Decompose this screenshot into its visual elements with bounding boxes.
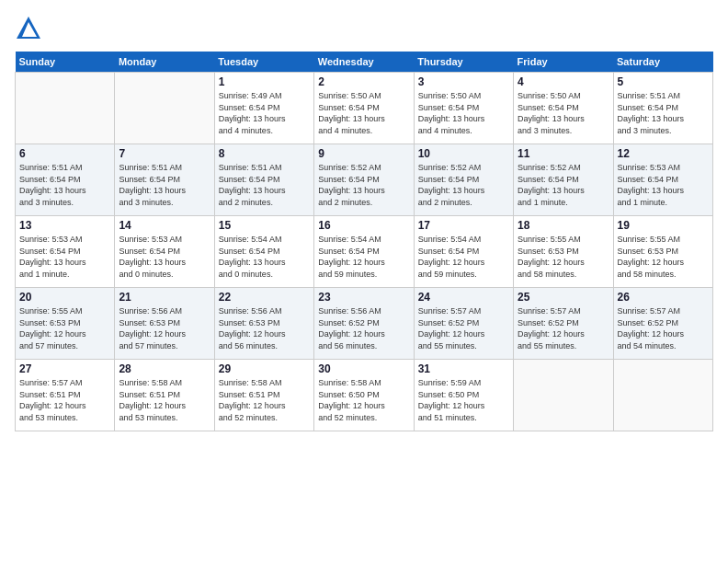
day-info: Sunrise: 5:52 AM Sunset: 6:54 PM Dayligh… [418, 162, 509, 208]
weekday-header-sunday: Sunday [16, 52, 115, 73]
calendar-cell: 26Sunrise: 5:57 AM Sunset: 6:52 PM Dayli… [613, 288, 712, 360]
week-row-5: 27Sunrise: 5:57 AM Sunset: 6:51 PM Dayli… [16, 360, 713, 431]
day-number: 6 [19, 147, 110, 160]
day-number: 4 [518, 75, 609, 88]
day-number: 29 [219, 362, 310, 375]
weekday-header-thursday: Thursday [414, 52, 513, 73]
weekday-header-row: SundayMondayTuesdayWednesdayThursdayFrid… [16, 52, 713, 73]
day-number: 14 [119, 219, 210, 232]
day-number: 17 [418, 219, 509, 232]
day-info: Sunrise: 5:57 AM Sunset: 6:51 PM Dayligh… [19, 377, 110, 423]
day-info: Sunrise: 5:53 AM Sunset: 6:54 PM Dayligh… [19, 234, 110, 280]
calendar-cell: 27Sunrise: 5:57 AM Sunset: 6:51 PM Dayli… [16, 360, 115, 431]
week-row-1: 1Sunrise: 5:49 AM Sunset: 6:54 PM Daylig… [16, 73, 713, 144]
week-row-4: 20Sunrise: 5:55 AM Sunset: 6:53 PM Dayli… [16, 288, 713, 360]
weekday-header-friday: Friday [514, 52, 613, 73]
day-number: 22 [219, 291, 310, 304]
logo-icon [15, 15, 42, 42]
day-info: Sunrise: 5:55 AM Sunset: 6:53 PM Dayligh… [19, 305, 110, 351]
day-info: Sunrise: 5:50 AM Sunset: 6:54 PM Dayligh… [518, 90, 609, 136]
day-info: Sunrise: 5:57 AM Sunset: 6:52 PM Dayligh… [518, 305, 609, 351]
calendar-cell: 21Sunrise: 5:56 AM Sunset: 6:53 PM Dayli… [115, 288, 214, 360]
day-info: Sunrise: 5:52 AM Sunset: 6:54 PM Dayligh… [318, 162, 409, 208]
calendar-cell: 28Sunrise: 5:58 AM Sunset: 6:51 PM Dayli… [115, 360, 214, 431]
day-info: Sunrise: 5:58 AM Sunset: 6:51 PM Dayligh… [119, 377, 210, 423]
calendar-cell: 11Sunrise: 5:52 AM Sunset: 6:54 PM Dayli… [514, 144, 613, 216]
day-info: Sunrise: 5:51 AM Sunset: 6:54 PM Dayligh… [618, 90, 709, 136]
day-info: Sunrise: 5:59 AM Sunset: 6:50 PM Dayligh… [418, 377, 509, 423]
day-number: 31 [418, 362, 509, 375]
day-info: Sunrise: 5:56 AM Sunset: 6:53 PM Dayligh… [219, 305, 310, 351]
day-number: 11 [518, 147, 609, 160]
day-number: 10 [418, 147, 509, 160]
weekday-header-tuesday: Tuesday [214, 52, 313, 73]
calendar-cell: 20Sunrise: 5:55 AM Sunset: 6:53 PM Dayli… [16, 288, 115, 360]
day-number: 13 [19, 219, 110, 232]
calendar-cell: 24Sunrise: 5:57 AM Sunset: 6:52 PM Dayli… [414, 288, 513, 360]
calendar-cell: 15Sunrise: 5:54 AM Sunset: 6:54 PM Dayli… [214, 216, 313, 288]
day-info: Sunrise: 5:51 AM Sunset: 6:54 PM Dayligh… [219, 162, 310, 208]
day-info: Sunrise: 5:57 AM Sunset: 6:52 PM Dayligh… [418, 305, 509, 351]
day-number: 24 [418, 291, 509, 304]
page: SundayMondayTuesdayWednesdayThursdayFrid… [0, 0, 728, 563]
calendar-cell: 29Sunrise: 5:58 AM Sunset: 6:51 PM Dayli… [214, 360, 313, 431]
day-info: Sunrise: 5:54 AM Sunset: 6:54 PM Dayligh… [418, 234, 509, 280]
calendar: SundayMondayTuesdayWednesdayThursdayFrid… [15, 52, 713, 431]
calendar-cell: 6Sunrise: 5:51 AM Sunset: 6:54 PM Daylig… [16, 144, 115, 216]
day-number: 26 [618, 291, 709, 304]
calendar-cell: 13Sunrise: 5:53 AM Sunset: 6:54 PM Dayli… [16, 216, 115, 288]
day-info: Sunrise: 5:58 AM Sunset: 6:50 PM Dayligh… [318, 377, 409, 423]
calendar-cell [514, 360, 613, 431]
calendar-cell: 25Sunrise: 5:57 AM Sunset: 6:52 PM Dayli… [514, 288, 613, 360]
header [15, 15, 713, 42]
calendar-cell [115, 73, 214, 144]
calendar-cell: 22Sunrise: 5:56 AM Sunset: 6:53 PM Dayli… [214, 288, 313, 360]
day-info: Sunrise: 5:56 AM Sunset: 6:53 PM Dayligh… [119, 305, 210, 351]
calendar-cell: 9Sunrise: 5:52 AM Sunset: 6:54 PM Daylig… [314, 144, 414, 216]
day-info: Sunrise: 5:57 AM Sunset: 6:52 PM Dayligh… [618, 305, 709, 351]
day-number: 18 [518, 219, 609, 232]
calendar-cell: 30Sunrise: 5:58 AM Sunset: 6:50 PM Dayli… [314, 360, 414, 431]
calendar-cell: 18Sunrise: 5:55 AM Sunset: 6:53 PM Dayli… [514, 216, 613, 288]
calendar-cell [16, 73, 115, 144]
calendar-cell: 10Sunrise: 5:52 AM Sunset: 6:54 PM Dayli… [414, 144, 513, 216]
day-info: Sunrise: 5:55 AM Sunset: 6:53 PM Dayligh… [518, 234, 609, 280]
logo [15, 15, 46, 42]
day-info: Sunrise: 5:52 AM Sunset: 6:54 PM Dayligh… [518, 162, 609, 208]
day-number: 20 [19, 291, 110, 304]
calendar-cell: 8Sunrise: 5:51 AM Sunset: 6:54 PM Daylig… [214, 144, 313, 216]
calendar-cell: 5Sunrise: 5:51 AM Sunset: 6:54 PM Daylig… [613, 73, 712, 144]
day-number: 27 [19, 362, 110, 375]
calendar-cell: 3Sunrise: 5:50 AM Sunset: 6:54 PM Daylig… [414, 73, 513, 144]
calendar-cell: 1Sunrise: 5:49 AM Sunset: 6:54 PM Daylig… [214, 73, 313, 144]
day-number: 12 [618, 147, 709, 160]
day-number: 7 [119, 147, 210, 160]
day-info: Sunrise: 5:54 AM Sunset: 6:54 PM Dayligh… [318, 234, 409, 280]
day-number: 21 [119, 291, 210, 304]
week-row-2: 6Sunrise: 5:51 AM Sunset: 6:54 PM Daylig… [16, 144, 713, 216]
day-number: 1 [219, 75, 310, 88]
weekday-header-monday: Monday [115, 52, 214, 73]
day-info: Sunrise: 5:56 AM Sunset: 6:52 PM Dayligh… [318, 305, 409, 351]
weekday-header-saturday: Saturday [613, 52, 712, 73]
calendar-cell: 23Sunrise: 5:56 AM Sunset: 6:52 PM Dayli… [314, 288, 414, 360]
day-info: Sunrise: 5:55 AM Sunset: 6:53 PM Dayligh… [618, 234, 709, 280]
day-number: 28 [119, 362, 210, 375]
day-info: Sunrise: 5:51 AM Sunset: 6:54 PM Dayligh… [119, 162, 210, 208]
day-number: 19 [618, 219, 709, 232]
day-number: 15 [219, 219, 310, 232]
day-number: 16 [318, 219, 409, 232]
calendar-cell: 31Sunrise: 5:59 AM Sunset: 6:50 PM Dayli… [414, 360, 513, 431]
day-number: 3 [418, 75, 509, 88]
calendar-cell: 19Sunrise: 5:55 AM Sunset: 6:53 PM Dayli… [613, 216, 712, 288]
calendar-cell: 7Sunrise: 5:51 AM Sunset: 6:54 PM Daylig… [115, 144, 214, 216]
calendar-cell: 2Sunrise: 5:50 AM Sunset: 6:54 PM Daylig… [314, 73, 414, 144]
day-number: 23 [318, 291, 409, 304]
day-info: Sunrise: 5:50 AM Sunset: 6:54 PM Dayligh… [318, 90, 409, 136]
calendar-cell [613, 360, 712, 431]
week-row-3: 13Sunrise: 5:53 AM Sunset: 6:54 PM Dayli… [16, 216, 713, 288]
calendar-cell: 16Sunrise: 5:54 AM Sunset: 6:54 PM Dayli… [314, 216, 414, 288]
day-info: Sunrise: 5:50 AM Sunset: 6:54 PM Dayligh… [418, 90, 509, 136]
weekday-header-wednesday: Wednesday [314, 52, 414, 73]
day-info: Sunrise: 5:49 AM Sunset: 6:54 PM Dayligh… [219, 90, 310, 136]
